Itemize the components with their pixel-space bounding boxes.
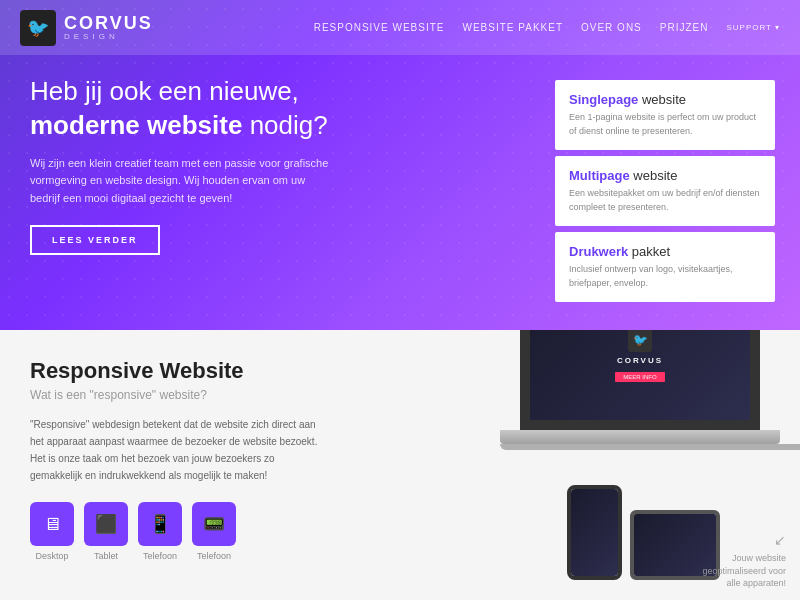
laptop-bottom xyxy=(500,444,800,450)
logo-main: CorVUs xyxy=(64,14,153,32)
card-singlepage-desc: Een 1-pagina website is perfect om uw pr… xyxy=(569,111,761,138)
logo-sub: DESIGN xyxy=(64,32,153,41)
laptop: 🐦 CORVUS MEER INFO xyxy=(500,330,780,450)
device-icons: 🖥 Desktop ⬛ Tablet 📱 Telefoon 📟 Telefoon xyxy=(30,502,330,561)
phone-screen xyxy=(571,489,618,576)
phone-mockup xyxy=(567,485,622,580)
arrow-down-icon: ↙ xyxy=(686,531,786,551)
device-telefoon2: 📟 Telefoon xyxy=(192,502,236,561)
laptop-base xyxy=(500,430,780,444)
logo-icon: 🐦 xyxy=(20,10,56,46)
screen-btn: MEER INFO xyxy=(615,372,664,382)
laptop-screen: 🐦 CORVUS MEER INFO xyxy=(520,330,760,430)
card-drukwerk[interactable]: Drukwerk pakket Inclusief ontwerp van lo… xyxy=(555,232,775,302)
card-drukwerk-desc: Inclusief ontwerp van logo, visitekaartj… xyxy=(569,263,761,290)
section-title: Responsive Website xyxy=(30,358,330,384)
hero-content: Heb jij ook een nieuwe, moderne website … xyxy=(30,75,370,255)
responsive-section: Responsive Website Wat is een "responsiv… xyxy=(0,330,800,600)
nav-responsive[interactable]: RESPONSIVE WEBSITE xyxy=(314,22,445,33)
hero-cta-button[interactable]: LEES VERDER xyxy=(30,225,160,255)
telefoon1-label: Telefoon xyxy=(143,551,177,561)
tablet-icon: ⬛ xyxy=(84,502,128,546)
telefoon2-label: Telefoon xyxy=(197,551,231,561)
section-body: "Responsive" webdesign betekent dat de w… xyxy=(30,416,320,484)
screen-corvus-text: CORVUS xyxy=(615,356,664,365)
card-singlepage-title: Singlepage website xyxy=(569,92,761,107)
device-telefoon1: 📱 Telefoon xyxy=(138,502,182,561)
laptop-screen-inner: 🐦 CORVUS MEER INFO xyxy=(530,330,750,420)
main-nav: RESPONSIVE WEBSITE WEBSITE PAKKET OVER O… xyxy=(314,22,780,33)
card-singlepage[interactable]: Singlepage website Een 1-pagina website … xyxy=(555,80,775,150)
screen-corvus: 🐦 CORVUS MEER INFO xyxy=(615,330,664,383)
desktop-label: Desktop xyxy=(35,551,68,561)
nav-pakket[interactable]: WEBSITE PAKKET xyxy=(463,22,564,33)
telefoon1-icon: 📱 xyxy=(138,502,182,546)
hero-cards: Singlepage website Een 1-pagina website … xyxy=(555,80,775,302)
logo-text: CorVUs DESIGN xyxy=(64,14,153,41)
hero-body: Wij zijn een klein creatief team met een… xyxy=(30,155,330,208)
mockup-area: 🐦 CORVUS MEER INFO ↙ Jouw website xyxy=(360,330,800,600)
tablet-label: Tablet xyxy=(94,551,118,561)
site-header: 🐦 CorVUs DESIGN RESPONSIVE WEBSITE WEBSI… xyxy=(0,0,800,55)
laptop-mockup: 🐦 CORVUS MEER INFO xyxy=(500,330,800,450)
card-drukwerk-title: Drukwerk pakket xyxy=(569,244,761,259)
section-subtitle: Wat is een "responsive" website? xyxy=(30,388,330,402)
nav-support[interactable]: SUPPORT ▾ xyxy=(726,23,780,32)
nav-prijzen[interactable]: PRIJZEN xyxy=(660,22,709,33)
responsive-content: Responsive Website Wat is een "responsiv… xyxy=(0,330,360,600)
hero-headline: Heb jij ook een nieuwe, moderne website … xyxy=(30,75,370,143)
screen-corvus-icon: 🐦 xyxy=(628,330,652,352)
logo[interactable]: 🐦 CorVUs DESIGN xyxy=(20,10,153,46)
device-tablet: ⬛ Tablet xyxy=(84,502,128,561)
desktop-icon: 🖥 xyxy=(30,502,74,546)
mockup-caption: ↙ Jouw website geoptimaliseerd voor alle… xyxy=(686,531,786,590)
card-multipage[interactable]: Multipage website Een websitepakket om u… xyxy=(555,156,775,226)
device-desktop: 🖥 Desktop xyxy=(30,502,74,561)
nav-over[interactable]: OVER ONS xyxy=(581,22,642,33)
telefoon2-icon: 📟 xyxy=(192,502,236,546)
card-multipage-title: Multipage website xyxy=(569,168,761,183)
card-multipage-desc: Een websitepakket om uw bedrijf en/of di… xyxy=(569,187,761,214)
